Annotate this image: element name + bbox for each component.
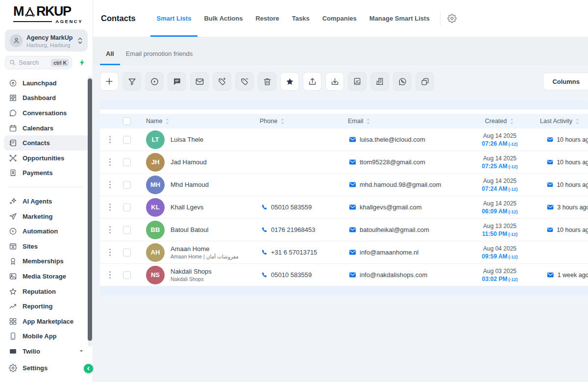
row-menu-button[interactable] [100,264,120,286]
sidebar-item-memberships[interactable]: Memberships [4,254,89,269]
export-button[interactable] [303,72,321,91]
toolbar: Columns [100,72,588,91]
row-menu-button[interactable] [100,151,120,173]
sidebar-item-marketing[interactable]: Marketing [4,209,89,224]
contact-name[interactable]: Luisa Thele [171,136,203,143]
contact-name[interactable]: Mhd Hamoud [171,181,209,188]
column-header-name[interactable]: Name [134,118,260,125]
media-storage-icon [9,272,17,280]
avatar[interactable]: AH [146,243,165,262]
email-value: mhd.hamoud.98@gmail.com [349,181,441,188]
sidebar-item-sites[interactable]: Sites [4,239,89,254]
sidebar-item-reporting[interactable]: Reporting [4,299,89,314]
sidebar-item-settings[interactable]: Settings [4,360,89,376]
sidebar-scrollbar-thumb[interactable] [88,78,92,341]
smartlist-tab-all[interactable]: All [100,44,120,65]
whatsapp-button[interactable] [393,72,412,91]
tab-manage-smart-lists[interactable]: Manage Smart Lists [363,0,436,37]
app-marketplace-icon [9,317,17,326]
delete-button[interactable] [258,72,276,91]
smartlist-tab-email-promotion-friends[interactable]: Email promotion friends [120,44,199,65]
row-menu-button[interactable] [100,196,120,218]
memberships-icon [9,257,17,265]
export-icon [308,77,317,86]
sidebar-item-ai-agents[interactable]: AI Agents [4,194,89,209]
search-input[interactable]: Search ctrl K [5,56,72,69]
column-header-phone[interactable]: Phone [260,118,348,125]
contact-name[interactable]: Amaan Home [171,245,239,253]
merge-button[interactable] [416,72,434,91]
row-menu-button[interactable] [100,219,120,241]
sidebar-item-payments[interactable]: Payments [4,166,89,181]
sidebar-item-automation[interactable]: Automation [4,224,89,239]
chevron-updown-icon [77,37,83,45]
sidebar-collapse-button[interactable] [84,364,93,373]
top-nav-tabs: Smart Lists Bulk Actions Restore Tasks C… [150,0,436,37]
send-sms-button[interactable] [168,72,186,91]
row-menu-button[interactable] [100,241,120,263]
tab-bulk-actions[interactable]: Bulk Actions [197,0,249,37]
sidebar-item-opportunities[interactable]: Opportunities [4,151,89,166]
star-button[interactable] [280,72,299,91]
contact-name[interactable]: Khall Lgevs [171,204,203,211]
contact-name[interactable]: Batoul Batoul [171,226,208,233]
envelope-icon [547,181,553,188]
avatar[interactable]: KL [146,198,165,217]
sidebar-item-contacts[interactable]: Contacts [4,135,89,151]
row-checkbox[interactable] [123,181,131,189]
filter-button[interactable] [122,72,141,91]
reputation-icon [9,287,17,296]
agency-switcher[interactable]: Agency MarkUp Harburg, Harburg [5,29,88,51]
sidebar-item-reputation[interactable]: Reputation [4,284,89,299]
remove-tag-button[interactable] [235,72,254,91]
contact-name[interactable]: Nakdali Shops [171,268,212,275]
sidebar-item-calendars[interactable]: Calendars [4,121,89,136]
logo-triangle-icon [24,6,36,17]
row-menu-button[interactable] [100,128,120,151]
sidebar-item-launchpad[interactable]: Launchpad [4,76,89,91]
contact-name[interactable]: Jad Hamoud [171,158,207,166]
import-button[interactable] [325,72,344,91]
tab-tasks[interactable]: Tasks [286,0,316,37]
row-checkbox[interactable] [123,204,131,211]
company-button[interactable] [370,72,389,91]
add-contact-button[interactable] [100,72,119,91]
sidebar-item-label: Contacts [23,139,50,147]
pipeline-change-button[interactable] [145,72,164,91]
sidebar-item-media-storage[interactable]: Media Storage [4,269,89,284]
table-gap [100,109,588,114]
sidebar-item-mobile-app[interactable]: Mobile App [4,329,89,344]
columns-button[interactable]: Columns [543,73,588,90]
agency-name: Agency MarkUp [26,34,73,41]
column-header-email[interactable]: Email [348,118,470,125]
tab-restore[interactable]: Restore [249,0,285,37]
avatar[interactable]: LT [146,130,165,149]
sidebar-item-twilio[interactable]: Twilio [4,344,89,359]
sidebar-item-conversations[interactable]: Conversations [4,105,89,121]
table-row: LT Luisa Thele luisa.thele@icloud.com Au… [100,128,588,151]
add-tag-button[interactable] [213,72,231,91]
sidebar-item-label: Payments [23,169,52,177]
tab-smart-lists[interactable]: Smart Lists [150,0,198,37]
avatar[interactable]: MH [146,176,165,194]
row-checkbox[interactable] [123,158,131,166]
avatar[interactable]: BB [146,221,165,239]
contacts-settings-button[interactable] [445,12,459,25]
column-header-last-activity[interactable]: Last Activity [529,118,588,125]
select-all-checkbox[interactable] [123,117,131,125]
column-header-created[interactable]: Created [470,118,529,125]
sidebar-item-dashboard[interactable]: Dashboard [4,91,89,106]
row-checkbox[interactable] [123,249,131,256]
tab-companies[interactable]: Companies [316,0,363,37]
sms-icon [172,77,181,86]
row-checkbox[interactable] [123,136,131,144]
send-email-button[interactable] [190,72,209,91]
row-checkbox[interactable] [123,226,131,234]
email-verify-button[interactable] [348,72,367,91]
sidebar-item-app-marketplace[interactable]: App Marketplace [4,314,89,329]
quick-actions-button[interactable] [76,57,88,69]
row-menu-button[interactable] [100,174,120,196]
avatar[interactable]: JH [146,153,165,172]
avatar[interactable]: NS [146,266,165,284]
row-checkbox[interactable] [123,271,131,279]
